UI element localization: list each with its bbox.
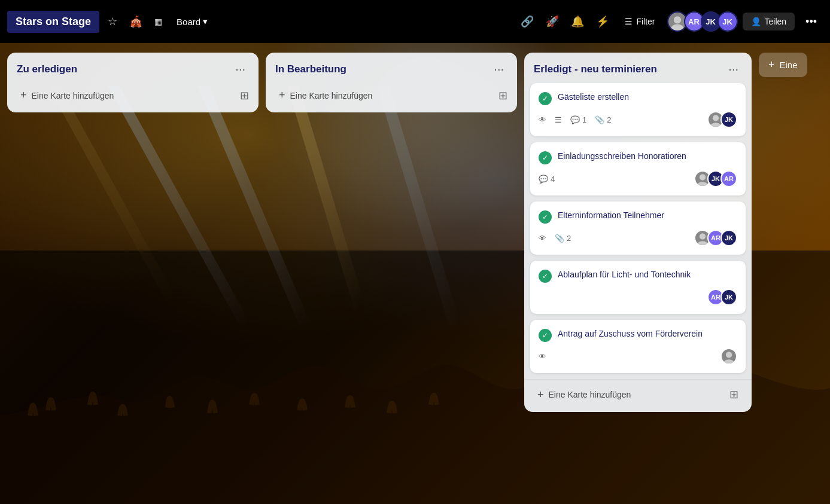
column-zu-erledigen: Zu erledigen ··· + Eine Karte hinzufügen…	[7, 53, 259, 112]
board-columns: Zu erledigen ··· + Eine Karte hinzufügen…	[0, 43, 830, 504]
add-card-row-2: + Eine Karte hinzufügen ⊞	[266, 83, 517, 112]
card-meta-2: 💬 4 JK AR	[539, 170, 737, 187]
add-card-footer-left: + Eine Karte hinzufügen	[537, 389, 631, 401]
plus-icon-new-col: +	[768, 59, 775, 71]
card-title-5: Antrag auf Zuschuss vom Förderverein	[558, 328, 703, 340]
svg-point-9	[700, 174, 706, 180]
board-view-button[interactable]: Board ▾	[171, 13, 214, 30]
attachment-icon-3: 📎	[555, 234, 564, 243]
column-title-1: Zu erledigen	[17, 63, 77, 75]
attachment-icon-1: 📎	[595, 115, 604, 124]
check-icon-1: ✓	[539, 92, 552, 105]
check-icon-2: ✓	[539, 151, 552, 164]
add-card-row-1: + Eine Karte hinzufügen ⊞	[7, 83, 259, 112]
share-label: Teilen	[765, 17, 787, 26]
column-erledigt: Erledigt - neu terminieren ··· ✓ Gästeli…	[524, 53, 752, 412]
star-icon[interactable]: ☆	[104, 11, 121, 32]
card-meta-4: AR JK	[539, 289, 737, 306]
bell-icon[interactable]: 🔔	[567, 11, 588, 32]
new-column-label: Eine	[780, 60, 798, 70]
card-title-4: Ablaufplan für Licht- und Tontechnik	[558, 269, 691, 281]
column-title-2: In Bearbeitung	[275, 63, 346, 75]
column-title-3: Erledigt - neu terminieren	[534, 63, 657, 75]
plus-icon-2: +	[279, 89, 285, 102]
column-in-bearbeitung: In Bearbeitung ··· + Eine Karte hinzufüg…	[266, 53, 517, 112]
card-title-1: Gästeliste erstellen	[558, 91, 629, 103]
cards-container: ✓ Gästeliste erstellen 👁 ☰ 💬 1 📎 2	[524, 83, 752, 379]
filter-label: Filter	[636, 17, 655, 26]
project-title[interactable]: Stars on Stage	[7, 11, 99, 33]
card-avatars-3: AR JK	[694, 230, 737, 246]
add-card-footer-button[interactable]: + Eine Karte hinzufügen ⊞	[533, 384, 743, 405]
card-avatars-4: AR JK	[707, 289, 737, 306]
card-avatar-photo-5	[720, 348, 737, 365]
card-title-row-3: ✓ Elterninformation Teilnehmer	[539, 210, 737, 224]
card-avatar-jk-1: JK	[720, 111, 737, 128]
card-meta-3: 👁 📎 2 AR JK	[539, 230, 737, 246]
comment-meta-1: 💬 1	[570, 115, 586, 124]
attachment-meta-3: 📎 2	[555, 234, 571, 243]
filter-icon: ☰	[625, 17, 633, 26]
template-icon-2[interactable]: ⊞	[498, 89, 507, 102]
add-card-button-2[interactable]: + Eine Karte hinzufügen	[275, 87, 376, 104]
card-avatars-1: JK	[707, 111, 737, 128]
check-icon-4: ✓	[539, 270, 552, 283]
card-meta-5: 👁	[539, 348, 737, 365]
link-icon[interactable]: 🔗	[517, 11, 537, 32]
column-menu-button-2[interactable]: ···	[490, 61, 507, 77]
card-title-row-5: ✓ Antrag auf Zuschuss vom Förderverein	[539, 328, 737, 342]
column-header-2: In Bearbeitung ···	[266, 53, 517, 83]
add-card-label-2: Eine Karte hinzufügen	[290, 91, 373, 100]
list-meta-1: ☰	[555, 115, 562, 124]
template-icon-footer[interactable]: ⊞	[729, 388, 738, 401]
card-gaesteliste[interactable]: ✓ Gästeliste erstellen 👁 ☰ 💬 1 📎 2	[530, 83, 746, 136]
check-icon-5: ✓	[539, 329, 552, 342]
card-avatar-jk-4: JK	[720, 289, 737, 306]
svg-point-14	[723, 359, 734, 365]
power-icon[interactable]: 🎪	[126, 11, 146, 32]
svg-point-7	[713, 115, 719, 121]
card-title-row-2: ✓ Einladungsschreiben Honoratioren	[539, 151, 737, 164]
rocket-icon[interactable]: 🚀	[542, 11, 563, 32]
filter-button[interactable]: ☰ Filter	[618, 13, 662, 30]
svg-point-13	[726, 352, 732, 358]
svg-point-1	[671, 24, 683, 32]
column-menu-button-1[interactable]: ···	[232, 61, 249, 77]
column-header-3: Erledigt - neu terminieren ···	[524, 53, 752, 83]
new-column-button[interactable]: + Eine	[759, 53, 807, 77]
lightning-icon[interactable]: ⚡	[592, 11, 613, 32]
more-menu-button[interactable]: •••	[799, 12, 823, 32]
comment-icon-1: 💬	[570, 115, 580, 124]
add-card-button-1[interactable]: + Eine Karte hinzufügen	[17, 87, 117, 104]
board-label: Board	[177, 17, 200, 27]
share-button[interactable]: 👤 Teilen	[743, 13, 795, 30]
column-menu-button-3[interactable]: ···	[725, 61, 742, 77]
add-card-label-1: Eine Karte hinzufügen	[32, 91, 114, 100]
card-antrag[interactable]: ✓ Antrag auf Zuschuss vom Förderverein 👁	[530, 320, 746, 373]
svg-point-12	[697, 241, 707, 246]
card-title-2: Einladungsschreiben Honoratioren	[558, 151, 686, 163]
grid-icon[interactable]: ▦	[151, 13, 166, 30]
svg-point-0	[673, 16, 680, 23]
member-avatars: AR JK JK	[667, 11, 738, 32]
check-icon-3: ✓	[539, 210, 552, 224]
template-icon-1[interactable]: ⊞	[240, 89, 249, 102]
card-title-row-4: ✓ Ablaufplan für Licht- und Tontechnik	[539, 269, 737, 283]
card-eltern[interactable]: ✓ Elterninformation Teilnehmer 👁 📎 2	[530, 201, 746, 255]
attachment-count-1: 2	[607, 115, 611, 124]
card-einladung[interactable]: ✓ Einladungsschreiben Honoratioren 💬 4	[530, 142, 746, 196]
eye-meta-1: 👁	[539, 115, 546, 124]
card-avatars-2: JK AR	[694, 170, 737, 187]
card-ablaufplan[interactable]: ✓ Ablaufplan für Licht- und Tontechnik A…	[530, 261, 746, 314]
avatar-jk2[interactable]: JK	[717, 11, 738, 32]
attachment-meta-1: 📎 2	[595, 115, 611, 124]
topbar-right: 🔗 🚀 🔔 ⚡ ☰ Filter AR JK JK 👤 Teilen •••	[517, 11, 823, 32]
topbar: Stars on Stage ☆ 🎪 ▦ Board ▾ 🔗 🚀 🔔 ⚡ ☰ F…	[0, 0, 830, 43]
share-icon: 👤	[751, 17, 761, 26]
add-card-footer-label: Eine Karte hinzufügen	[549, 390, 631, 399]
card-title-3: Elterninformation Teilnehmer	[558, 210, 664, 222]
card-avatar-jk-3: JK	[720, 230, 737, 246]
board-area: Zu erledigen ··· + Eine Karte hinzufügen…	[0, 43, 830, 504]
comment-count-1: 1	[582, 115, 586, 124]
svg-point-11	[700, 233, 706, 239]
